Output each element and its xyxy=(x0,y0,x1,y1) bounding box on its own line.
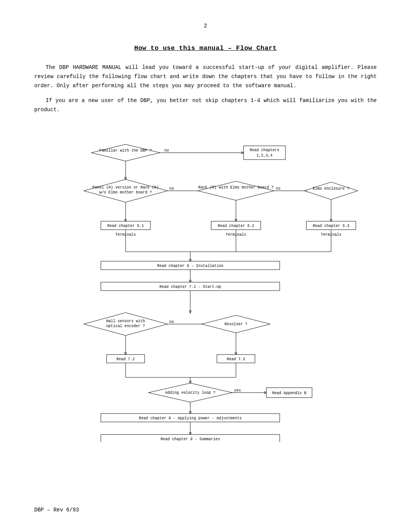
paragraph-2: If you are a new user of the DBP, you be… xyxy=(34,96,377,115)
svg-text:Read chapter 5.1: Read chapter 5.1 xyxy=(107,224,144,228)
rack-elmo-diamond xyxy=(198,181,274,200)
flowchart-svg: text { font-family: 'Courier New', Couri… xyxy=(42,130,369,442)
page-number: 2 xyxy=(34,23,377,29)
svg-text:no: no xyxy=(276,187,280,191)
svg-text:no: no xyxy=(164,149,169,153)
svg-text:no: no xyxy=(169,320,174,324)
footer: DBP – Rev 6/93 xyxy=(34,507,79,513)
svg-text:Read chapter 5.2: Read chapter 5.2 xyxy=(218,224,254,228)
svg-text:Read chapter 9 - Summaries: Read chapter 9 - Summaries xyxy=(161,437,220,441)
svg-text:Read 7.3: Read 7.3 xyxy=(227,357,245,361)
svg-text:Read chapters: Read chapters xyxy=(250,148,279,152)
svg-text:Read 7.2: Read 7.2 xyxy=(116,357,135,361)
page-title: How to use this manual – Flow Chart xyxy=(34,45,377,52)
familiar-diamond xyxy=(91,144,160,161)
svg-text:Read chapter 6 - Installation: Read chapter 6 - Installation xyxy=(157,264,223,268)
svg-text:Elmo enclosure ?: Elmo enclosure ? xyxy=(313,187,349,191)
paragraph-1: The DBP HARDWARE MANUAL will lead you to… xyxy=(34,63,377,90)
page: 2 How to use this manual – Flow Chart Th… xyxy=(0,0,411,532)
svg-text:Read chapter 5.3: Read chapter 5.3 xyxy=(313,224,349,228)
svg-text:Resolver ?: Resolver ? xyxy=(225,322,247,326)
svg-text:Rack (R) with Elmo mother boar: Rack (R) with Elmo mother board ? xyxy=(198,185,274,190)
svg-text:Panel (H) version or Rack (R): Panel (H) version or Rack (R) xyxy=(92,185,159,190)
svg-text:Adding velocity loop ?: Adding velocity loop ? xyxy=(165,391,215,395)
svg-text:no: no xyxy=(169,187,174,191)
svg-text:Hall sensors with: Hall sensors with xyxy=(106,319,145,323)
svg-text:optical encoder ?: optical encoder ? xyxy=(106,324,145,328)
svg-text:yes: yes xyxy=(234,388,241,393)
svg-text:Read chapter 8 - Applying powe: Read chapter 8 - Applying power - Adjust… xyxy=(139,416,242,420)
svg-text:Read chapter 7.1 - Start-Up: Read chapter 7.1 - Start-Up xyxy=(159,285,221,289)
svg-text:Familiar with the DBP ?: Familiar with the DBP ? xyxy=(99,149,152,153)
elmo-enc-diamond xyxy=(304,182,358,200)
svg-text:1,2,3,4: 1,2,3,4 xyxy=(256,153,272,158)
svg-text:Read Appendix B: Read Appendix B xyxy=(272,391,306,395)
flowchart: text { font-family: 'Courier New', Couri… xyxy=(42,130,369,442)
svg-text:w/o Elmo mother board ?: w/o Elmo mother board ? xyxy=(99,190,152,195)
